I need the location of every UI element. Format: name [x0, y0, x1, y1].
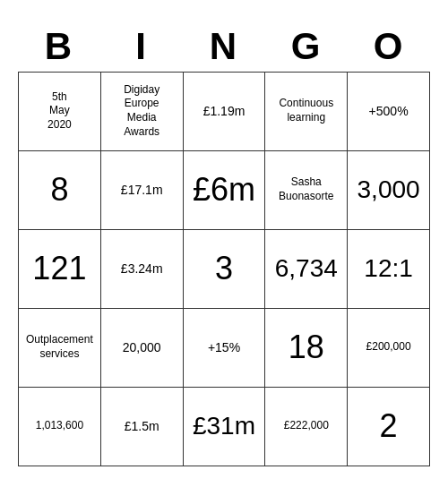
header-letter: G: [265, 21, 348, 72]
bingo-cell-1-1: £17.1m: [101, 151, 184, 230]
header-letter: B: [18, 21, 100, 72]
bingo-cell-4-0: 1,013,600: [19, 388, 101, 466]
bingo-cell-0-1: DigidayEuropeMediaAwards: [101, 73, 184, 151]
bingo-cell-4-2: £31m: [184, 388, 266, 466]
bingo-cell-0-0: 5thMay2020: [19, 73, 101, 151]
bingo-cell-4-4: 2: [348, 388, 430, 466]
bingo-cell-3-4: £200,000: [348, 309, 430, 388]
bingo-cell-0-3: Continuouslearning: [265, 73, 348, 151]
bingo-cell-4-3: £222,000: [265, 388, 348, 466]
bingo-cell-2-0: 121: [19, 230, 101, 309]
bingo-cell-0-2: £1.19m: [184, 73, 266, 151]
bingo-cell-1-0: 8: [19, 151, 101, 230]
bingo-cell-4-1: £1.5m: [101, 388, 184, 466]
bingo-cell-2-3: 6,734: [265, 230, 348, 309]
bingo-cell-2-1: £3.24m: [101, 230, 184, 309]
bingo-cell-1-3: SashaBuonasorte: [265, 151, 348, 230]
bingo-cell-1-4: 3,000: [348, 151, 430, 230]
bingo-cell-3-3: 18: [265, 309, 348, 388]
header-letter: I: [100, 21, 183, 72]
bingo-cell-2-2: 3: [184, 230, 266, 309]
bingo-cell-3-2: +15%: [184, 309, 266, 388]
bingo-cell-3-0: Outplacementservices: [19, 309, 101, 388]
bingo-cell-1-2: £6m: [184, 151, 266, 230]
bingo-cell-2-4: 12:1: [348, 230, 430, 309]
header-letter: O: [348, 21, 430, 72]
bingo-cell-0-4: +500%: [348, 73, 430, 151]
bingo-card: BINGO 5thMay2020DigidayEuropeMediaAwards…: [18, 21, 430, 466]
bingo-grid: 5thMay2020DigidayEuropeMediaAwards£1.19m…: [18, 72, 430, 466]
bingo-header: BINGO: [18, 21, 430, 72]
bingo-cell-3-1: 20,000: [101, 309, 184, 388]
header-letter: N: [183, 21, 265, 72]
